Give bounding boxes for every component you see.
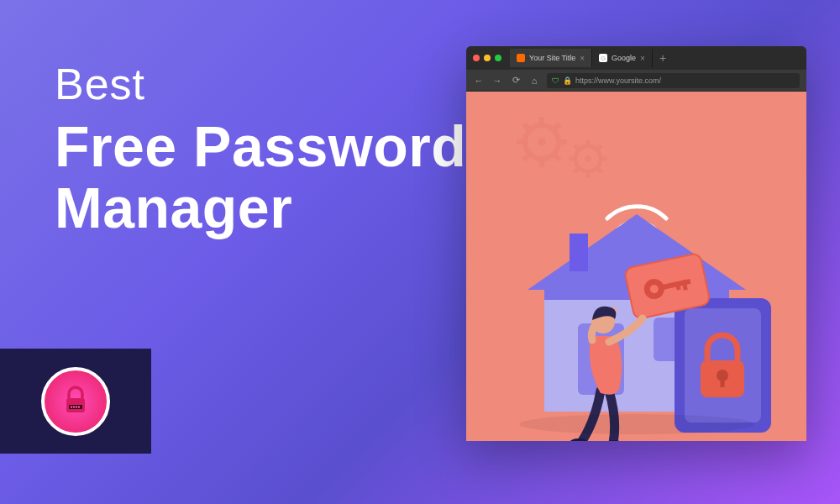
tab-close-icon[interactable]: × (640, 54, 645, 63)
padlock-icon (57, 383, 94, 420)
url-text: https://www.yoursite.com/ (575, 76, 661, 85)
svg-rect-7 (539, 117, 544, 125)
shield-icon: 🛡 (552, 76, 559, 85)
url-bar[interactable]: 🛡 🔒 https://www.yoursite.com/ (547, 73, 800, 88)
minimize-window-icon[interactable] (484, 55, 491, 61)
svg-rect-18 (570, 234, 588, 271)
browser-window: Your Site Title × G Google × + ← → ⟳ ⌂ 🛡… (466, 46, 806, 441)
headline-line2: Free Password Manager (55, 116, 466, 239)
reload-icon[interactable]: ⟳ (510, 75, 522, 86)
google-favicon-icon: G (599, 54, 607, 62)
svg-point-34 (519, 414, 754, 434)
svg-point-5 (78, 406, 80, 407)
tab-label: Your Site Title (529, 54, 575, 62)
tab-your-site[interactable]: Your Site Title × (510, 49, 592, 67)
headline: Best Free Password Manager (55, 59, 466, 239)
forward-icon[interactable]: → (491, 76, 503, 86)
window-controls[interactable] (473, 55, 501, 61)
back-icon[interactable]: ← (473, 76, 485, 86)
home-icon[interactable]: ⌂ (528, 76, 540, 86)
svg-point-8 (538, 138, 546, 146)
tab-bar: Your Site Title × G Google × + (466, 46, 806, 70)
tab-close-icon[interactable]: × (580, 54, 585, 63)
svg-point-3 (73, 406, 75, 407)
illustration (536, 202, 738, 386)
close-window-icon[interactable] (473, 55, 480, 61)
svg-point-32 (605, 440, 623, 441)
brand-badge-box (0, 349, 151, 454)
svg-rect-23 (720, 377, 724, 387)
firefox-favicon-icon (517, 54, 525, 62)
tab-label: Google (612, 54, 636, 62)
lock-icon: 🔒 (563, 76, 572, 85)
maximize-window-icon[interactable] (495, 55, 501, 61)
svg-point-10 (585, 155, 591, 162)
brand-badge (41, 367, 110, 436)
new-tab-button[interactable]: + (653, 51, 673, 65)
tab-google[interactable]: G Google × (592, 49, 653, 67)
svg-point-2 (71, 406, 72, 407)
browser-toolbar: ← → ⟳ ⌂ 🛡 🔒 https://www.yoursite.com/ (466, 70, 806, 92)
browser-viewport (466, 92, 806, 441)
svg-point-4 (76, 406, 77, 407)
headline-line1: Best (55, 59, 466, 109)
